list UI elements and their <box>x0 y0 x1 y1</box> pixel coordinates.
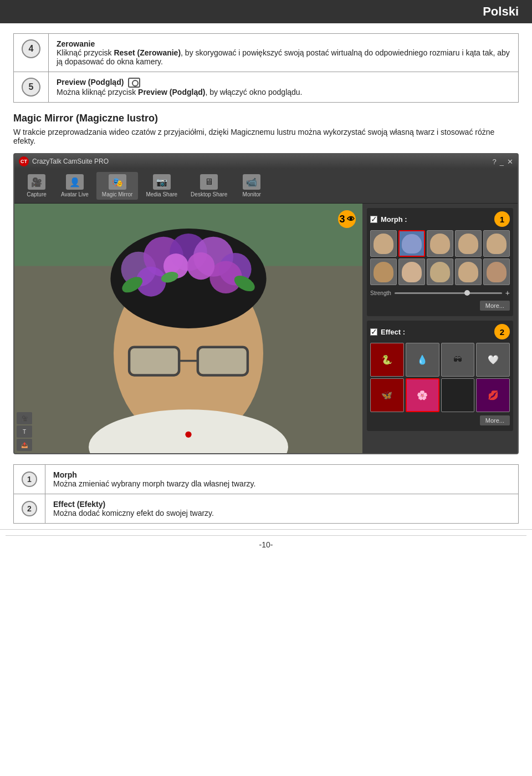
video-svg <box>14 204 362 453</box>
svg-rect-8 <box>199 348 247 374</box>
page-header: Polski <box>0 0 532 23</box>
morph-checkbox[interactable]: ✓ <box>370 216 377 223</box>
video-badge-num: 3 <box>339 214 345 225</box>
strength-plus: + <box>505 288 510 297</box>
step-num-cell-4: 4 <box>14 34 49 72</box>
effect-thumb-1[interactable]: 🐍 <box>370 343 404 377</box>
morph-grid <box>370 230 510 285</box>
svg-rect-7 <box>130 348 178 374</box>
avatar-live-icon: 👤 <box>66 174 84 190</box>
toolbar-label-media-share: Media Share <box>146 191 177 197</box>
instruction-content-4: Zerowanie Kliknąć przycisk Reset (Zerowa… <box>49 34 519 72</box>
info-title-1: Morph <box>53 470 77 479</box>
info-body-2: Można dodać komiczny efekt do swojej twa… <box>53 509 214 518</box>
effect-thumb-4[interactable]: 🤍 <box>476 343 510 377</box>
strength-thumb <box>464 290 470 296</box>
help-button[interactable]: ? <box>493 158 497 166</box>
effect-more-button[interactable]: More... <box>480 415 510 425</box>
side-btn-video[interactable]: 🎥 <box>17 412 32 424</box>
page-content: 4 Zerowanie Kliknąć przycisk Reset (Zero… <box>0 23 532 524</box>
preview-icon <box>128 78 140 88</box>
app-title: CrazyTalk CamSuite PRO <box>32 158 109 165</box>
instruction-title-4: Zerowanie <box>57 39 95 48</box>
instruction-title-5: Preview (Podgląd) <box>57 78 124 87</box>
capture-icon: 🎥 <box>28 174 45 190</box>
morph-header: ✓ Morph : 1 <box>370 211 510 227</box>
video-area: 3 👁 🎥 T 📤 <box>14 204 362 453</box>
monitor-icon: 📹 <box>243 174 260 190</box>
side-btn-share[interactable]: 📤 <box>17 439 32 451</box>
strength-row: Strength + <box>370 288 510 297</box>
strength-label: Strength <box>370 290 391 296</box>
effect-thumb-2[interactable]: 💧 <box>406 343 439 377</box>
morph-thumb-6[interactable] <box>370 258 397 285</box>
toolbar-btn-media-share[interactable]: 📷 Media Share <box>140 172 183 200</box>
app-titlebar-left: CT CrazyTalk CamSuite PRO <box>19 156 109 166</box>
toolbar-btn-capture[interactable]: 🎥 Capture <box>20 172 53 200</box>
app-toolbar: 🎥 Capture 👤 Avatar Live 🎭 Magic Mirror 📷… <box>14 169 518 204</box>
morph-title: Morph : <box>381 215 407 224</box>
effect-thumb-8[interactable]: 💋 <box>476 378 510 412</box>
effect-badge: 2 <box>494 324 510 339</box>
toolbar-btn-desktop-share[interactable]: 🖥 Desktop Share <box>185 172 233 200</box>
app-titlebar-controls: ? _ ✕ <box>493 158 513 166</box>
app-window: CT CrazyTalk CamSuite PRO ? _ ✕ 🎥 Captur… <box>13 153 519 454</box>
strength-slider[interactable] <box>395 292 502 294</box>
info-content-1: Morph Można zmieniać wybrany morph twarz… <box>45 465 519 494</box>
right-panel: ✓ Morph : 1 <box>362 204 518 453</box>
page-number: -10- <box>259 540 273 549</box>
instruction-text-5: Preview (Podgląd) Można kliknąć przycisk… <box>57 78 510 97</box>
toolbar-btn-monitor[interactable]: 📹 Monitor <box>235 172 268 200</box>
morph-thumb-8[interactable] <box>427 258 453 285</box>
info-content-2: Effect (Efekty) Można dodać komiczny efe… <box>45 494 519 524</box>
toolbar-btn-magic-mirror[interactable]: 🎭 Magic Mirror <box>96 172 139 200</box>
instruction-row-5: 5 Preview (Podgląd) Można kliknąć przyci… <box>14 72 519 103</box>
page-footer: -10- <box>0 529 532 555</box>
morph-thumb-9[interactable] <box>455 258 482 285</box>
effect-grid: 🐍 💧 🕶 🤍 🦋 🌸 🕯 💋 <box>370 343 510 412</box>
video-placeholder: 3 👁 🎥 T 📤 <box>14 204 362 453</box>
toolbar-label-capture: Capture <box>27 191 47 197</box>
morph-thumb-4[interactable] <box>455 230 482 257</box>
effect-checkbox[interactable]: ✓ <box>370 328 377 336</box>
toolbar-btn-avatar-live[interactable]: 👤 Avatar Live <box>55 172 94 200</box>
close-button[interactable]: ✕ <box>507 158 513 166</box>
effect-title: Effect : <box>381 328 405 336</box>
morph-thumb-1[interactable] <box>370 230 397 257</box>
magic-mirror-description: W trakcie przeprowadzania wideo czatów z… <box>13 128 519 145</box>
instruction-text-4: Zerowanie Kliknąć przycisk Reset (Zerowa… <box>57 39 510 66</box>
morph-thumb-3[interactable] <box>427 230 453 257</box>
minimize-button[interactable]: _ <box>500 158 504 166</box>
morph-thumb-7[interactable] <box>398 258 425 285</box>
info-body-1: Można zmieniać wybrany morph twarzy dla … <box>53 479 255 488</box>
page-language-label: Polski <box>483 4 519 18</box>
morph-thumb-2[interactable] <box>398 230 425 257</box>
media-share-icon: 📷 <box>153 174 171 190</box>
effect-header: ✓ Effect : 2 <box>370 324 510 339</box>
step-circle-4: 4 <box>22 39 40 58</box>
instruction-table: 4 Zerowanie Kliknąć przycisk Reset (Zero… <box>13 33 519 103</box>
info-num-cell-2: 2 <box>14 494 45 524</box>
step-circle-5: 5 <box>22 78 40 97</box>
effect-thumb-6[interactable]: 🌸 <box>406 378 439 412</box>
info-num-cell-1: 1 <box>14 465 45 494</box>
bottom-left-controls: 🎥 T 📤 <box>14 410 34 453</box>
svg-point-22 <box>185 432 191 438</box>
info-row-2: 2 Effect (Efekty) Można dodać komiczny e… <box>14 494 519 524</box>
effect-thumb-5[interactable]: 🦋 <box>370 378 404 412</box>
app-titlebar: CT CrazyTalk CamSuite PRO ? _ ✕ <box>14 154 518 169</box>
effect-thumb-7[interactable]: 🕯 <box>441 378 475 412</box>
toolbar-label-avatar-live: Avatar Live <box>61 191 89 197</box>
eye-icon: 👁 <box>347 215 355 224</box>
morph-thumb-10[interactable] <box>483 258 510 285</box>
morph-thumb-5[interactable] <box>483 230 510 257</box>
app-logo: CT <box>19 156 29 166</box>
instruction-content-5: Preview (Podgląd) Można kliknąć przycisk… <box>49 72 519 103</box>
effect-thumb-3[interactable]: 🕶 <box>441 343 475 377</box>
morph-more-button[interactable]: More... <box>480 301 510 311</box>
toolbar-label-monitor: Monitor <box>243 191 261 197</box>
morph-panel-section: ✓ Morph : 1 <box>367 208 513 316</box>
effect-panel-section: ✓ Effect : 2 🐍 💧 🕶 🤍 🦋 🌸 🕯 <box>367 321 513 431</box>
side-btn-text[interactable]: T <box>17 425 32 438</box>
toolbar-label-desktop-share: Desktop Share <box>191 191 227 197</box>
